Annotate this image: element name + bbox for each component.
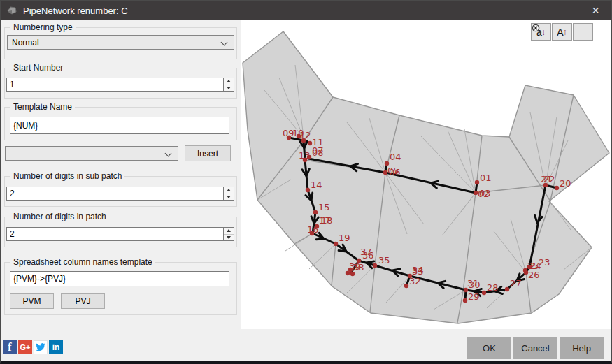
group-spreadsheet-template: Spreadsheet column names template PVM PV…: [4, 262, 237, 315]
digits-patch-input[interactable]: [6, 227, 223, 241]
spin-down-icon[interactable]: [224, 194, 234, 201]
svg-text:13: 13: [299, 150, 311, 161]
pvm-button[interactable]: PVM: [10, 293, 54, 309]
svg-text:12: 12: [299, 130, 311, 140]
svg-text:21: 21: [541, 174, 553, 184]
svg-text:35: 35: [378, 255, 390, 265]
spreadsheet-template-label: Spreadsheet column names template: [10, 257, 155, 267]
variable-combobox[interactable]: [5, 146, 178, 161]
spin-down-icon[interactable]: [224, 235, 234, 241]
svg-text:29: 29: [468, 291, 480, 302]
spin-up-icon[interactable]: [224, 228, 234, 235]
group-start-number: Start Number: [4, 68, 237, 99]
svg-text:26: 26: [528, 270, 540, 280]
start-number-label: Start Number: [10, 63, 66, 73]
svg-text:02: 02: [478, 189, 490, 199]
group-template-name: Template Name: [4, 107, 237, 140]
spin-up-icon[interactable]: [224, 78, 234, 85]
svg-text:15: 15: [318, 202, 330, 212]
google-plus-icon[interactable]: G+: [18, 340, 32, 354]
help-button[interactable]: Help: [560, 337, 604, 359]
digits-sub-patch-stepper[interactable]: [223, 187, 234, 201]
svg-text:14: 14: [311, 180, 322, 190]
spin-up-icon[interactable]: [224, 187, 234, 194]
svg-text:36: 36: [362, 250, 374, 261]
svg-text:18: 18: [321, 215, 333, 226]
svg-text:20: 20: [560, 178, 571, 189]
facebook-icon[interactable]: f: [3, 340, 17, 354]
pipe-network-svg[interactable]: 0103020406050910121107081314151718161937…: [241, 20, 611, 329]
social-links: f G+ in: [3, 340, 63, 354]
spreadsheet-template-input[interactable]: [10, 271, 229, 286]
svg-text:05: 05: [387, 166, 399, 176]
digits-patch-label: Number of digits in patch: [10, 212, 109, 221]
numbering-type-combobox[interactable]: Normal: [7, 35, 234, 50]
digits-sub-patch-label: Number of digits in sub patch: [10, 171, 124, 181]
linkedin-icon[interactable]: in: [49, 340, 63, 354]
cancel-button[interactable]: Cancel: [513, 337, 557, 359]
app-icon: [6, 5, 17, 16]
dialog-window: PipeNetwork renumber: C ✕ Numbering type…: [0, 0, 612, 364]
digits-patch-stepper[interactable]: [223, 227, 234, 241]
map-toolbar: a↓ A↑: [531, 23, 593, 41]
numbering-type-value: Normal: [12, 38, 39, 48]
start-number-stepper[interactable]: [223, 78, 234, 92]
digits-sub-patch-input[interactable]: [6, 187, 223, 201]
svg-text:04: 04: [390, 152, 401, 162]
window-title: PipeNetwork renumber: C: [23, 6, 128, 16]
title-bar[interactable]: PipeNetwork renumber: C ✕: [1, 1, 611, 20]
svg-text:33: 33: [412, 266, 424, 277]
svg-text:19: 19: [339, 233, 350, 243]
chevron-down-icon: [165, 150, 172, 157]
svg-text:30: 30: [469, 279, 481, 290]
svg-text:23: 23: [539, 257, 550, 268]
numbering-type-label: Numbering type: [10, 22, 76, 32]
svg-text:32: 32: [409, 276, 421, 286]
svg-text:08: 08: [312, 147, 324, 158]
twitter-icon[interactable]: [34, 340, 48, 354]
insert-button[interactable]: Insert: [185, 145, 231, 161]
increase-label-size-button[interactable]: A↑: [552, 23, 572, 41]
svg-text:01: 01: [480, 173, 492, 183]
svg-text:28: 28: [487, 282, 499, 293]
spin-down-icon[interactable]: [224, 85, 234, 92]
zoom-extents-button[interactable]: [573, 23, 593, 41]
up-arrow-icon: ↑: [563, 27, 567, 37]
ok-button[interactable]: OK: [467, 337, 511, 359]
group-digits-patch: Number of digits in patch: [4, 217, 237, 247]
map-canvas[interactable]: 0103020406050910121107081314151718161937…: [241, 20, 611, 329]
svg-text:16: 16: [307, 224, 319, 235]
pvj-button[interactable]: PVJ: [61, 293, 105, 309]
chevron-down-icon: [221, 39, 228, 46]
svg-text:38: 38: [353, 262, 364, 272]
start-number-input[interactable]: [6, 78, 223, 92]
group-numbering-type: Numbering type Normal: [4, 27, 237, 59]
svg-text:27: 27: [510, 278, 522, 289]
close-button[interactable]: ✕: [580, 1, 611, 20]
template-name-input[interactable]: [10, 117, 229, 134]
template-name-label: Template Name: [10, 102, 75, 112]
group-digits-sub-patch: Number of digits in sub patch: [4, 176, 237, 207]
